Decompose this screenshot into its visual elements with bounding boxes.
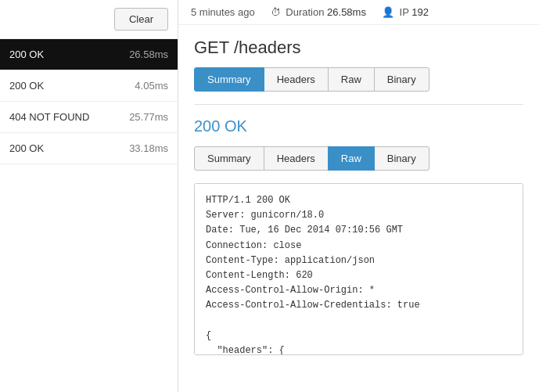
response-tab-headers[interactable]: Headers <box>264 146 329 171</box>
duration-info: ⏱ Duration 26.58ms <box>271 6 366 18</box>
request-title: GET /headers <box>194 38 523 58</box>
top-bar: 5 minutes ago ⏱ Duration 26.58ms 👤 IP 19… <box>178 0 539 25</box>
clock-icon: ⏱ <box>271 6 281 18</box>
tab-raw[interactable]: Raw <box>328 67 375 92</box>
raw-content: HTTP/1.1 200 OK Server: gunicorn/18.0 Da… <box>194 183 523 355</box>
response-tab-raw[interactable]: Raw <box>328 146 375 171</box>
request-status: 404 NOT FOUND <box>9 111 89 123</box>
left-header: Clear <box>0 0 178 39</box>
time-ago: 5 minutes ago <box>191 6 255 18</box>
ip-value: 192 <box>411 6 429 18</box>
tab-headers[interactable]: Headers <box>264 67 329 92</box>
response-tab-summary[interactable]: Summary <box>194 146 264 171</box>
response-tab-binary[interactable]: Binary <box>374 146 429 171</box>
request-item[interactable]: 200 OK 26.58ms <box>0 39 178 70</box>
tab-binary[interactable]: Binary <box>374 67 429 92</box>
main-content: GET /headers Summary Headers Raw Binary … <box>178 25 539 392</box>
response-tab-bar: Summary Headers Raw Binary <box>194 146 523 171</box>
request-tab-bar: Summary Headers Raw Binary <box>194 67 523 92</box>
request-item[interactable]: 200 OK 33.18ms <box>0 133 178 164</box>
response-status: 200 OK <box>194 117 523 135</box>
right-panel: 5 minutes ago ⏱ Duration 26.58ms 👤 IP 19… <box>178 0 539 392</box>
request-item[interactable]: 200 OK 4.05ms <box>0 70 178 102</box>
ip-info: 👤 IP 192 <box>382 6 429 18</box>
request-status: 200 OK <box>9 49 44 60</box>
clear-button[interactable]: Clear <box>114 8 168 31</box>
tab-summary[interactable]: Summary <box>194 67 264 92</box>
duration-label: Duration <box>286 6 324 18</box>
user-icon: 👤 <box>382 6 394 18</box>
request-duration: 4.05ms <box>135 80 168 92</box>
request-status: 200 OK <box>9 80 44 92</box>
request-duration: 25.77ms <box>129 111 168 123</box>
request-duration: 26.58ms <box>129 49 168 60</box>
request-duration: 33.18ms <box>129 142 168 154</box>
left-panel: Clear 200 OK 26.58ms 200 OK 4.05ms 404 N… <box>0 0 178 392</box>
section-divider <box>194 104 523 105</box>
duration-value: 26.58ms <box>327 6 366 18</box>
request-status: 200 OK <box>9 142 44 154</box>
request-item[interactable]: 404 NOT FOUND 25.77ms <box>0 102 178 133</box>
request-list: 200 OK 26.58ms 200 OK 4.05ms 404 NOT FOU… <box>0 39 178 392</box>
ip-label: IP <box>400 6 409 18</box>
